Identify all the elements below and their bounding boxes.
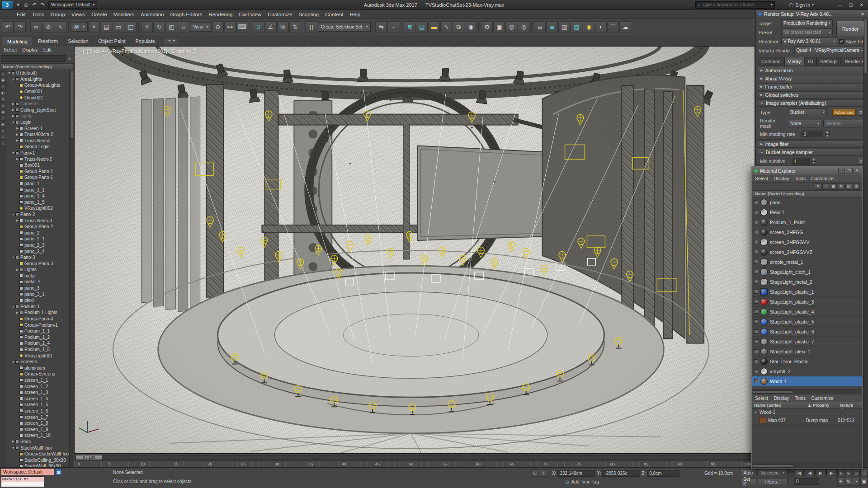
scene-item-podium-1-5[interactable]: Podium_1_5	[6, 347, 69, 353]
menu-animation[interactable]: Animation	[137, 12, 167, 17]
rollout-image-filter[interactable]: ▶Image filter	[758, 141, 866, 148]
auto-key-button[interactable]: Auto	[740, 469, 756, 476]
scene-item-podium-1-2[interactable]: Podium_1_2	[6, 334, 69, 341]
scene-item-truss400cm-2[interactable]: ▶Truss400cm-2	[6, 131, 69, 138]
find-icon[interactable]: ⌕	[0, 71, 5, 76]
material-menu-display[interactable]: Display	[774, 176, 789, 181]
filter-spacewarps-icon[interactable]: ≈	[0, 128, 5, 133]
environment-icon[interactable]: ◐	[595, 21, 607, 33]
maximize-icon[interactable]: ▢	[846, 168, 853, 174]
view-to-render-dropdown[interactable]: Quad 4 - VRayPhysicalCamera001▾	[794, 47, 865, 54]
scene-explorer-menu-select[interactable]: Select	[4, 47, 17, 53]
show-instances-icon[interactable]: ⧉	[838, 183, 844, 190]
expand-caret-icon[interactable]: ▶	[15, 133, 19, 136]
render-tab-v-ray[interactable]: V-Ray	[784, 57, 805, 66]
ribbon-tab-object-paint[interactable]: Object Paint	[94, 37, 131, 46]
schematic-view-icon[interactable]: ⧉	[453, 21, 464, 33]
material-prop-menu-display[interactable]: Display	[774, 395, 789, 401]
render-button[interactable]: Render	[836, 21, 864, 37]
material-row-stagelight-plastic-6[interactable]: StageLight_plastic_6	[752, 327, 862, 337]
x-coordinate-field[interactable]: 332,149cm	[557, 470, 595, 477]
select-and-move-icon[interactable]: ✛	[141, 21, 153, 33]
current-frame-field[interactable]: 0	[794, 478, 819, 485]
selection-lock-icon[interactable]: ±	[540, 469, 547, 477]
select-and-link-icon[interactable]: ∞	[30, 21, 42, 33]
scene-item-omni002[interactable]: Omni002	[6, 94, 69, 101]
menu-help[interactable]: Help	[346, 12, 363, 17]
filter-lights-icon[interactable]: ◉	[0, 109, 5, 114]
advanced-mode-button[interactable]: Advanced	[832, 109, 856, 116]
measure-icon[interactable]: ⌒	[607, 21, 619, 33]
scene-item-studiowall-30x30[interactable]: StudioWall_30x30	[6, 463, 69, 467]
toggle-scene-explorer-icon[interactable]: ≣	[404, 21, 415, 33]
renderer-dropdown[interactable]: V-Ray Adv 3.40.01▾	[781, 38, 837, 45]
clear-search-icon[interactable]: ✕	[66, 56, 73, 61]
menu-scripting[interactable]: Scripting	[295, 12, 322, 17]
selection-filter-dropdown[interactable]: All▾	[71, 22, 88, 32]
preset-dropdown[interactable]: No preset selected▾	[781, 28, 833, 36]
render-tab-gi[interactable]: GI	[804, 57, 816, 66]
more-filters-icon[interactable]: …	[0, 141, 5, 146]
material-list-hscrollbar[interactable]	[752, 389, 862, 394]
material-row-simple-metal-1[interactable]: simple_metal_1	[752, 257, 862, 267]
toggle-layer-explorer-icon[interactable]: ▤	[416, 21, 428, 33]
zoom-icon[interactable]: ⊕	[837, 469, 844, 477]
material-row-stagelight-cloth-1[interactable]: StageLight_cloth_1	[752, 267, 862, 277]
rendered-frame-window-icon[interactable]: ▣	[493, 21, 505, 33]
close-icon[interactable]: ✕	[854, 168, 860, 174]
scene-item-podium-1[interactable]: ▼Podium-1	[6, 304, 69, 310]
close-icon[interactable]: ✕	[859, 11, 866, 17]
render-setup-icon[interactable]: ⚙	[481, 21, 493, 33]
material-row-stagelight-plastic-4[interactable]: StageLight_plastic_4	[752, 307, 862, 317]
menu-views[interactable]: Views	[68, 12, 88, 17]
scene-item-screen-1-4[interactable]: screen_1_4	[6, 395, 69, 402]
select-and-manipulate-icon[interactable]: ⊶	[224, 21, 236, 33]
angle-snap-icon[interactable]: ∠	[265, 21, 277, 33]
snap-toggle-3d-icon[interactable]: 3	[253, 21, 264, 33]
viewport-pov-label[interactable]: [Quad 4 - VRayPhysicalCamera001]	[87, 48, 167, 54]
scene-item-group-podium-1[interactable]: Group-Podium-1	[6, 322, 69, 328]
redo-icon[interactable]: ↷	[14, 21, 26, 33]
scene-item-metal-2[interactable]: metal_2	[6, 279, 69, 285]
sign-in-button[interactable]: ◯ Sign In ▾	[789, 2, 814, 8]
min-shading-rate-field[interactable]: 2	[802, 131, 823, 137]
target-dropdown[interactable]: Production Rendering Mo▾	[781, 19, 833, 27]
scene-item-screen-1[interactable]: ▶Screen-1	[6, 125, 69, 131]
scene-item-pano-1-5[interactable]: pano_1_5	[6, 199, 69, 205]
rollout-frame-buffer[interactable]: ▶Frame buffer	[758, 83, 866, 90]
state-sets-icon[interactable]: ⧈	[534, 21, 546, 33]
scene-item-metal[interactable]: metal	[6, 273, 69, 279]
menu-rendering[interactable]: Rendering	[205, 12, 236, 17]
fov-icon[interactable]: ◔	[853, 478, 860, 486]
ribbon-tab-selection[interactable]: Selection	[63, 37, 93, 46]
material-row-stagelight-plastic-7[interactable]: StageLight_plastic_7	[752, 337, 862, 347]
time-slider-handle[interactable]: 0 / 100	[76, 455, 102, 460]
pan-icon[interactable]: ✛	[837, 478, 844, 486]
orbit-icon[interactable]: ↻	[845, 478, 852, 486]
workspace-indicator[interactable]: Workspace: Default	[1, 469, 54, 475]
scene-item-pano-2[interactable]: ▼Pano-2	[6, 211, 69, 218]
expand-caret-icon[interactable]: ▶	[11, 102, 15, 106]
scene-item-truss-neon-2[interactable]: ▶Truss-Neon-2	[6, 156, 69, 162]
scene-item-screen-1-8[interactable]: screen_1_8	[6, 420, 69, 427]
material-row-screen-2hfggvv[interactable]: screen_2HFGGVV	[752, 237, 862, 247]
window-crossing-icon[interactable]: ◫	[125, 21, 137, 33]
menu-tools[interactable]: Tools	[29, 12, 47, 17]
ribbon-minimize-dropdown[interactable]: ▭▾	[164, 37, 179, 44]
list-view-icon[interactable]: ≣	[853, 183, 860, 190]
graphite-toggle-icon[interactable]: ▧	[571, 21, 582, 33]
expand-caret-icon[interactable]: ▼	[11, 446, 15, 450]
material-row-star-door-plastic[interactable]: Star_Door_Plastic	[752, 357, 862, 366]
menu-content[interactable]: Content	[322, 12, 346, 17]
material-row-screen-2hfgg[interactable]: screen_2HFGG	[752, 227, 862, 237]
filter-geometry-icon[interactable]: ▢	[0, 97, 5, 102]
select-and-place-icon[interactable]: ⌂	[178, 21, 189, 33]
expand-caret-icon[interactable]: ▶	[15, 157, 19, 161]
material-row-screen-2hfggvvz[interactable]: screen_2HFGGVVZ	[752, 247, 862, 257]
edit-named-selection-sets-icon[interactable]: {}	[306, 21, 317, 33]
expand-caret-icon[interactable]: ▶	[15, 127, 19, 130]
rollout-authorization[interactable]: ▶Authorization	[758, 67, 866, 74]
previous-frame-icon[interactable]: ◀	[805, 469, 815, 476]
expand-caret-icon[interactable]: ▶	[11, 108, 15, 112]
expand-caret-icon[interactable]: ▼	[11, 78, 15, 81]
